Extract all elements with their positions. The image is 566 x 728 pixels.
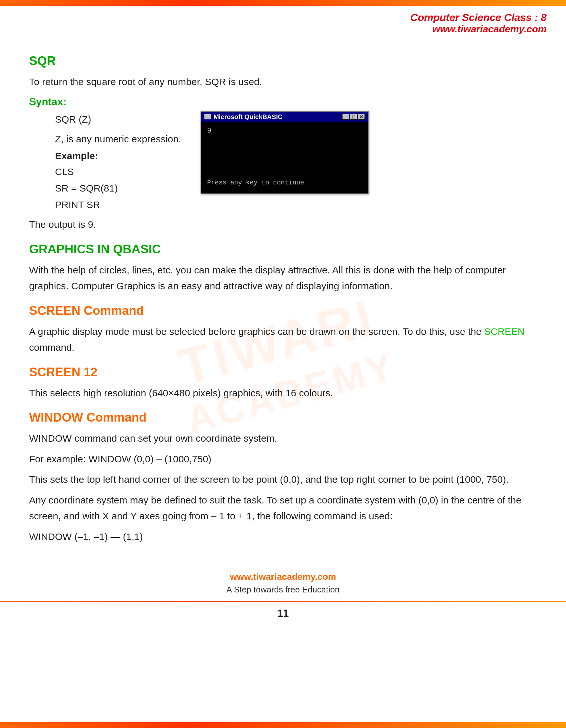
param-desc: Z, is any numeric expression.	[55, 131, 181, 147]
output-text: The output is 9.	[29, 216, 181, 233]
header-text: Computer Science Class : 8 www.tiwariaca…	[410, 12, 547, 35]
example-line-1: CLS	[55, 163, 181, 180]
sqr-right: Microsoft QuickBASIC _ □ ✕ 9 Press any k…	[201, 111, 537, 194]
footer-tagline: A Step towards free Education	[0, 585, 566, 595]
qbasic-window: Microsoft QuickBASIC _ □ ✕ 9 Press any k…	[201, 111, 369, 194]
sqr-heading: SQR	[29, 54, 537, 68]
sqr-layout: SQR (Z) Z, is any numeric expression. Ex…	[29, 111, 537, 233]
main-content: SQR To return the square root of any num…	[0, 38, 566, 562]
graphics-heading: GRAPHICS IN QBASIC	[29, 242, 537, 256]
screen-intro-part1: A graphic display mode must be selected …	[29, 326, 484, 337]
header-title: Computer Science Class : 8	[410, 12, 547, 24]
qbasic-output: 9	[207, 127, 362, 135]
window-para5: WINDOW (–1, –1) — (1,1)	[29, 529, 537, 545]
window-para1: WINDOW command can set your own coordina…	[29, 430, 537, 447]
screen12-desc: This selects high resolution (640×480 pi…	[29, 385, 537, 401]
qbasic-body: 9 Press any key to continue	[201, 122, 368, 193]
qbasic-controls: _ □ ✕	[342, 114, 365, 120]
example-block: Example: CLS SR = SQR(81) PRINT SR	[55, 150, 181, 213]
header: Computer Science Class : 8 www.tiwariaca…	[0, 6, 566, 38]
graphics-intro: With the help of circles, lines, etc. yo…	[29, 262, 537, 294]
bottom-bar	[0, 722, 566, 728]
screen-command-intro: A graphic display mode must be selected …	[29, 324, 537, 356]
screen-intro-part2: command.	[29, 342, 74, 353]
qbasic-titlebar: Microsoft QuickBASIC _ □ ✕	[201, 112, 368, 122]
qbasic-title: Microsoft QuickBASIC	[214, 113, 283, 121]
example-line-2: SR = SQR(81)	[55, 180, 181, 196]
page-footer: www.tiwariacademy.com A Step towards fre…	[0, 562, 566, 626]
window-command-heading: WINDOW Command	[29, 411, 537, 425]
example-label: Example:	[55, 150, 181, 161]
screen-command-heading: SCREEN Command	[29, 304, 537, 318]
restore-btn[interactable]: □	[350, 114, 357, 120]
top-bar	[0, 0, 566, 6]
qbasic-titlebar-left: Microsoft QuickBASIC	[205, 113, 283, 121]
qbasic-footer: Press any key to continue	[207, 179, 362, 189]
param-block: Z, is any numeric expression.	[55, 131, 181, 147]
footer-url: www.tiwariacademy.com	[0, 572, 566, 582]
footer-divider	[0, 601, 566, 602]
syntax-label: Syntax:	[29, 96, 537, 108]
screen12-heading: SCREEN 12	[29, 365, 537, 379]
window-para4: Any coordinate system may be defined to …	[29, 492, 537, 524]
qbasic-icon	[205, 114, 211, 119]
sqr-intro: To return the square root of any number,…	[29, 74, 537, 90]
syntax-code: SQR (Z)	[55, 111, 181, 127]
sqr-left: SQR (Z) Z, is any numeric expression. Ex…	[29, 111, 181, 233]
header-url: www.tiwariacademy.com	[410, 24, 547, 35]
minimize-btn[interactable]: _	[342, 114, 349, 120]
page-number: 11	[0, 607, 566, 619]
close-btn[interactable]: ✕	[358, 114, 365, 120]
window-para2: For example: WINDOW (0,0) – (1000,750)	[29, 451, 537, 467]
example-line-3: PRINT SR	[55, 196, 181, 213]
syntax-code-block: SQR (Z)	[55, 111, 181, 127]
window-para3: This sets the top left hand corner of th…	[29, 471, 537, 488]
screen-highlight: SCREEN	[484, 326, 525, 337]
